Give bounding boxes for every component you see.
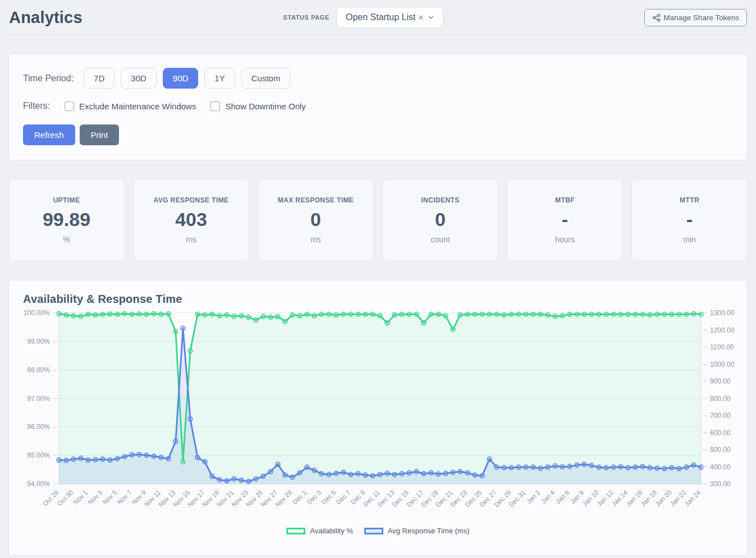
- svg-text:800.00: 800.00: [710, 395, 731, 403]
- svg-text:Jan 22: Jan 22: [669, 489, 688, 508]
- svg-text:Oct 30: Oct 30: [56, 489, 74, 507]
- show-downtime-checkbox[interactable]: [210, 102, 220, 111]
- exclude-maintenance-checkbox[interactable]: [65, 102, 74, 111]
- stat-card-uptime: UPTIME 99.89 %: [8, 179, 125, 261]
- period-button-custom[interactable]: Custom: [241, 68, 291, 89]
- filter-panel: Time Period: 7D 30D 90D 1Y Custom Filter…: [8, 54, 748, 160]
- svg-text:300.00: 300.00: [710, 480, 731, 488]
- stat-value: 0: [310, 209, 321, 230]
- svg-text:Jan 6: Jan 6: [555, 489, 570, 505]
- stat-unit: ms: [310, 235, 321, 244]
- stats-row: UPTIME 99.89 % AVG RESPONSE TIME 403 ms …: [8, 179, 748, 261]
- status-page-selected-value: Open Startup List: [346, 12, 416, 22]
- chevron-down-icon: [427, 13, 435, 21]
- stat-label: UPTIME: [53, 196, 80, 204]
- header-divider: [9, 35, 747, 35]
- legend-label: Avg Response Time (ms): [388, 527, 470, 535]
- stat-value: 99.89: [43, 209, 90, 230]
- header: Analytics STATUS PAGE Open Startup List …: [0, 0, 756, 34]
- stat-value: 403: [175, 209, 207, 230]
- status-page-label: STATUS PAGE: [283, 14, 329, 21]
- svg-text:600.00: 600.00: [710, 429, 731, 437]
- analytics-page: Analytics STATUS PAGE Open Startup List …: [0, 0, 756, 558]
- svg-text:1200.00: 1200.00: [710, 326, 735, 334]
- svg-text:99.00%: 99.00%: [27, 338, 50, 345]
- legend-item-response-time[interactable]: Avg Response Time (ms): [364, 527, 470, 535]
- svg-text:1300.00: 1300.00: [710, 309, 735, 317]
- show-downtime-checkbox-item: Show Downtime Only: [210, 102, 305, 111]
- stat-label: MAX RESPONSE TIME: [278, 196, 354, 204]
- clear-selection-icon[interactable]: ✕: [418, 13, 424, 22]
- svg-text:500.00: 500.00: [710, 446, 731, 454]
- stat-unit: ms: [186, 235, 196, 244]
- refresh-button[interactable]: Refresh: [23, 124, 75, 145]
- stat-card-avg-response: AVG RESPONSE TIME 403 ms: [133, 179, 249, 261]
- svg-text:Jan 24: Jan 24: [684, 489, 702, 508]
- manage-share-tokens-button[interactable]: Manage Share Tokens: [644, 9, 747, 26]
- status-page-select[interactable]: Open Startup List ✕: [336, 7, 443, 28]
- svg-text:94.00%: 94.00%: [27, 480, 50, 488]
- chart-legend: Availability % Avg Response Time (ms): [9, 527, 747, 535]
- svg-text:1100.00: 1100.00: [710, 343, 734, 351]
- print-button[interactable]: Print: [80, 124, 120, 145]
- legend-item-availability[interactable]: Availability %: [286, 527, 352, 535]
- svg-text:Jan 12: Jan 12: [596, 489, 615, 508]
- legend-label: Availability %: [310, 527, 352, 535]
- exclude-maintenance-label: Exclude Maintenance Windows: [79, 102, 196, 111]
- svg-text:Nov 29: Nov 29: [274, 489, 293, 508]
- stat-value: -: [686, 209, 693, 230]
- availability-legend-swatch: [286, 528, 305, 534]
- stat-unit: min: [683, 235, 696, 244]
- stat-label: AVG RESPONSE TIME: [154, 196, 229, 204]
- response-time-legend-swatch: [364, 528, 383, 534]
- svg-text:Nov 7: Nov 7: [116, 489, 133, 506]
- stat-unit: count: [430, 235, 450, 244]
- svg-text:1000.00: 1000.00: [710, 361, 735, 368]
- svg-text:96.00%: 96.00%: [27, 423, 50, 431]
- share-icon: [652, 13, 661, 22]
- svg-text:Jan 20: Jan 20: [654, 489, 673, 508]
- period-button-7d[interactable]: 7D: [84, 68, 114, 89]
- status-page-selector: STATUS PAGE Open Startup List ✕: [283, 7, 444, 28]
- svg-text:Dec 5: Dec 5: [320, 489, 337, 506]
- svg-text:400.00: 400.00: [710, 463, 731, 471]
- period-button-90d[interactable]: 90D: [163, 68, 199, 89]
- period-button-1y[interactable]: 1Y: [204, 68, 235, 89]
- time-period-label: Time Period:: [23, 73, 74, 84]
- stat-unit: hours: [555, 235, 575, 244]
- svg-text:Dec 7: Dec 7: [335, 489, 352, 506]
- svg-text:Jan 16: Jan 16: [625, 489, 644, 508]
- svg-text:Dec 1: Dec 1: [291, 489, 308, 506]
- svg-text:95.00%: 95.00%: [27, 451, 50, 459]
- chart-title: Availability & Response Time: [23, 293, 747, 306]
- stat-label: INCIDENTS: [421, 196, 459, 204]
- filters-label: Filters:: [23, 101, 50, 111]
- stat-unit: %: [63, 235, 70, 244]
- svg-text:900.00: 900.00: [710, 377, 731, 385]
- manage-share-tokens-label: Manage Share Tokens: [663, 13, 739, 22]
- stat-card-mttr: MTTR - min: [631, 179, 748, 261]
- chart-panel: Availability & Response Time 100.00%99.0…: [8, 280, 748, 556]
- availability-response-chart[interactable]: 100.00%99.00%98.00%97.00%96.00%95.00%94.…: [9, 307, 747, 527]
- svg-text:Nov 1: Nov 1: [72, 489, 89, 506]
- svg-text:100.00%: 100.00%: [24, 309, 51, 317]
- svg-text:Nov 5: Nov 5: [102, 489, 118, 506]
- period-button-30d[interactable]: 30D: [121, 68, 157, 89]
- stat-label: MTBF: [555, 196, 575, 204]
- svg-text:Jan 2: Jan 2: [525, 489, 541, 505]
- svg-text:97.00%: 97.00%: [27, 395, 50, 403]
- svg-text:98.00%: 98.00%: [27, 366, 50, 374]
- stat-label: MTTR: [680, 196, 699, 204]
- stat-value: -: [562, 209, 568, 230]
- svg-text:Nov 3: Nov 3: [87, 489, 104, 506]
- svg-text:Dec 31: Dec 31: [507, 489, 526, 508]
- svg-text:Dec 3: Dec 3: [306, 489, 323, 506]
- stat-card-incidents: INCIDENTS 0 count: [382, 179, 498, 261]
- stat-value: 0: [435, 209, 446, 230]
- stat-card-mtbf: MTBF - hours: [507, 179, 623, 261]
- exclude-maintenance-checkbox-item: Exclude Maintenance Windows: [65, 102, 196, 111]
- svg-text:Jan 4: Jan 4: [540, 489, 556, 505]
- show-downtime-label: Show Downtime Only: [225, 102, 305, 111]
- svg-text:Jan 10: Jan 10: [581, 489, 600, 508]
- svg-text:700.00: 700.00: [710, 412, 731, 419]
